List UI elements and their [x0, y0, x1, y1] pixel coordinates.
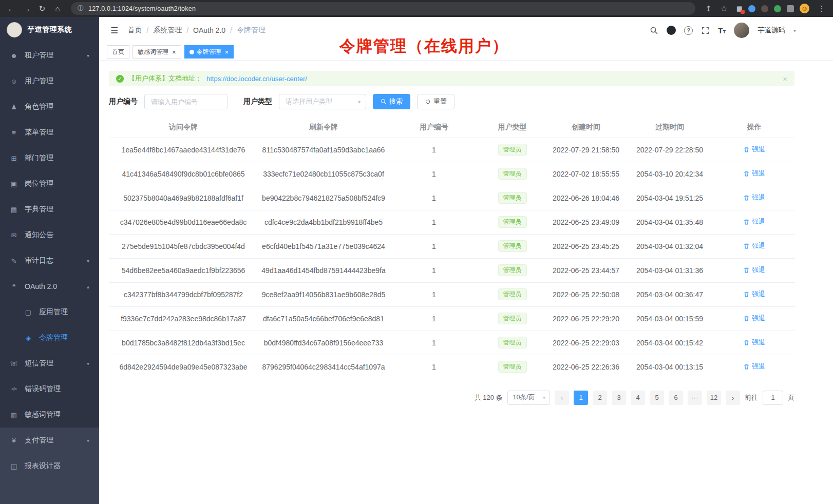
cell-access-token: c347026e805e4d99b0d116eae66eda8c [109, 210, 258, 234]
username[interactable]: 芋道源码 [758, 26, 785, 35]
browser-profile-avatar[interactable]: ☺ [800, 4, 809, 13]
cell-actions: 强退 [713, 282, 795, 306]
page-button[interactable]: 6 [669, 391, 683, 405]
sidebar-item-audit-log[interactable]: ✎ 审计日志 ▾ [0, 248, 99, 274]
forward-icon[interactable]: → [22, 5, 32, 12]
sidebar-item-dept[interactable]: ⊞ 部门管理 [0, 145, 99, 171]
extension-blue-icon[interactable] [748, 5, 755, 12]
bookmark-star-icon[interactable]: ☆ [719, 5, 729, 12]
cell-expire-time: 2054-03-04 00:15:42 [626, 331, 713, 355]
force-logout-button[interactable]: 强退 [743, 193, 765, 202]
collapse-sidebar-icon[interactable]: ☰ [106, 25, 123, 36]
sidebar-item-pay[interactable]: ¥ 支付管理 ▾ [0, 428, 99, 453]
force-logout-button[interactable]: 强退 [743, 265, 765, 275]
sidebar-item-sms[interactable]: ☏ 短信管理 ▾ [0, 351, 99, 376]
browser-menu-icon[interactable]: ⋮ [817, 5, 827, 12]
user-id-input[interactable] [144, 94, 228, 109]
tab-token[interactable]: 令牌管理 × [184, 45, 234, 59]
prev-page-button[interactable]: ‹ [555, 391, 569, 405]
user-type-select[interactable]: 请选择用户类型 ▾ [279, 94, 366, 109]
next-page-button[interactable]: › [726, 391, 740, 405]
sidebar-item-oauth[interactable]: ❝ OAuth 2.0 ▴ [0, 274, 99, 299]
table-row: 275e5de9151045fe87cbdc395e004f4d e6cfd40… [109, 234, 795, 258]
sidebar-item-dict[interactable]: ▤ 字典管理 [0, 197, 99, 222]
sidebar-item-menu[interactable]: ≡ 菜单管理 [0, 120, 99, 145]
chevron-down-icon[interactable]: ▾ [793, 28, 796, 33]
page-button[interactable]: 3 [612, 391, 626, 405]
sidebar-item-oauth-app[interactable]: ▢ 应用管理 [0, 299, 99, 325]
sidebar-item-oauth-token[interactable]: ◈ 令牌管理 [0, 325, 99, 351]
sidebar-item-user[interactable]: ☺ 用户管理 [0, 68, 99, 94]
share-icon[interactable]: ↥ [704, 5, 714, 12]
force-logout-button[interactable]: 强退 [743, 289, 765, 299]
doc-link[interactable]: https://doc.iocoder.cn/user-center/ [206, 75, 307, 83]
page-button[interactable]: ··· [688, 391, 702, 405]
force-logout-button[interactable]: 强退 [743, 145, 765, 154]
sidebar-item-sensitive-word[interactable]: ▥ 敏感词管理 [0, 402, 99, 428]
font-size-icon[interactable]: TT [718, 26, 726, 35]
table-row: c347026e805e4d99b0d116eae66eda8c cdfc4ce… [109, 210, 795, 234]
col-expire-time: 过期时间 [626, 117, 713, 138]
force-logout-button[interactable]: 强退 [743, 338, 765, 347]
chevron-down-icon: ▾ [358, 99, 361, 105]
sidebar-item-role[interactable]: ♟ 角色管理 [0, 94, 99, 120]
tab-sensitive-word[interactable]: 敏感词管理 × [132, 45, 181, 59]
cell-user-type: 管理员 [479, 306, 546, 331]
address-bar[interactable]: ⓘ 127.0.0.1:1024/system/oauth2/token [71, 2, 695, 15]
reset-button[interactable]: 重置 [417, 94, 455, 109]
close-icon[interactable]: × [783, 74, 787, 83]
fullscreen-icon[interactable] [701, 26, 710, 35]
extensions-puzzle-icon[interactable] [787, 5, 794, 12]
main-area: 令牌管理（在线用户） ☰ 首页 / 系统管理 / OAuth 2.0 / 令牌管… [99, 17, 833, 504]
sidebar-item-post[interactable]: ▣ 岗位管理 [0, 171, 99, 197]
sidebar-item-tenant[interactable]: ☻ 租户管理 ▾ [0, 43, 99, 68]
force-logout-button[interactable]: 强退 [743, 169, 765, 178]
cell-refresh-token: 9ce8ef2aa9f14056b831ae9b608e28d5 [258, 282, 389, 306]
page-button[interactable]: 2 [593, 391, 607, 405]
delete-icon [743, 363, 750, 370]
force-logout-button[interactable]: 强退 [743, 241, 765, 250]
table-row: f9336e7c7dd242a283ee98dc86b17a87 dfa6c71… [109, 306, 795, 331]
close-icon[interactable]: × [172, 49, 176, 55]
cell-access-token: c342377bf8b344799dcbf7bf095287f2 [109, 282, 258, 306]
user-type-tag: 管理员 [498, 240, 527, 253]
user-avatar[interactable] [734, 23, 749, 38]
user-id-label: 用户编号 [109, 97, 138, 106]
help-icon[interactable]: ? [684, 26, 693, 35]
sidebar-item-report-designer[interactable]: ◫ 报表设计器 [0, 453, 99, 479]
search-icon[interactable] [650, 26, 658, 35]
sidebar-item-error-code[interactable]: </> 错误码管理 [0, 376, 99, 402]
home-icon[interactable]: ⌂ [52, 5, 63, 12]
site-info-icon[interactable]: ⓘ [78, 4, 84, 13]
post-icon: ▣ [10, 180, 18, 188]
close-icon[interactable]: × [225, 49, 229, 55]
search-button[interactable]: 搜索 [373, 94, 410, 109]
force-logout-button[interactable]: 强退 [743, 217, 765, 226]
github-icon[interactable] [667, 26, 676, 35]
extension-dark-icon[interactable] [761, 5, 768, 12]
page-button[interactable]: 12 [707, 391, 721, 405]
breadcrumb-system[interactable]: 系统管理 [153, 26, 182, 35]
breadcrumb-oauth[interactable]: OAuth 2.0 [193, 26, 225, 34]
force-logout-button[interactable]: 强退 [743, 362, 765, 371]
page-button[interactable]: 1 [574, 391, 588, 405]
notice-icon: ✉ [10, 231, 18, 239]
tab-home[interactable]: 首页 [107, 45, 129, 59]
breadcrumb-separator: / [186, 26, 188, 34]
error-code-icon: </> [10, 386, 18, 392]
goto-page-input[interactable] [763, 391, 783, 405]
force-logout-button[interactable]: 强退 [743, 314, 765, 323]
page-size-select[interactable]: 10条/页 ▾ [507, 391, 550, 405]
page-button[interactable]: 4 [631, 391, 645, 405]
breadcrumb-home[interactable]: 首页 [127, 26, 142, 35]
app-logo[interactable]: 芋道管理系统 [0, 17, 99, 43]
user-type-tag: 管理员 [498, 192, 527, 204]
extension-green-icon[interactable] [774, 5, 781, 12]
extension-grid-icon[interactable]: ▦ [736, 5, 743, 12]
cell-refresh-token: 333ecfc71e02480cb11055c875c3ca0f [258, 162, 389, 186]
sidebar-item-notice[interactable]: ✉ 通知公告 [0, 222, 99, 248]
page-button[interactable]: 5 [650, 391, 664, 405]
cell-actions: 强退 [713, 162, 795, 186]
reload-icon[interactable]: ↻ [37, 5, 47, 12]
back-icon[interactable]: ← [6, 5, 16, 12]
